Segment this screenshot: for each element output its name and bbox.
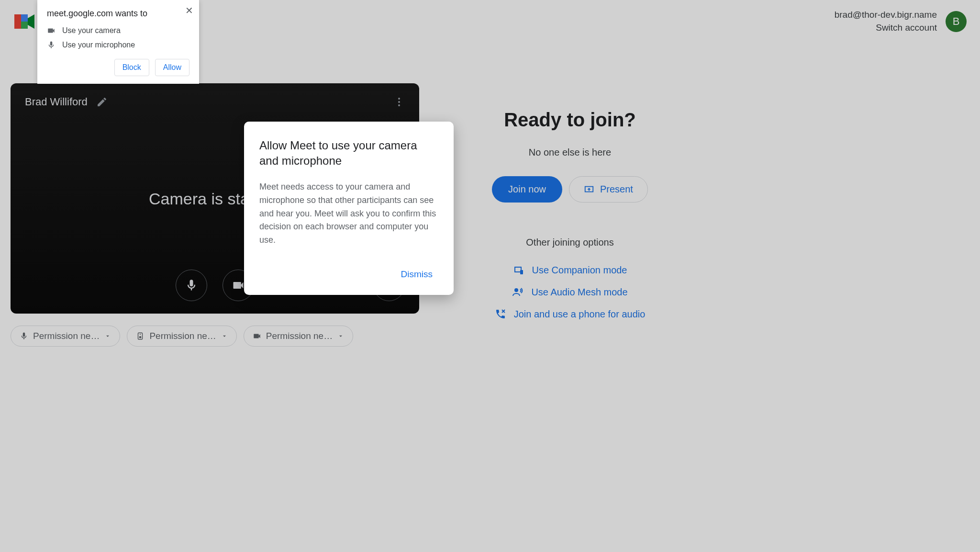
allow-button[interactable]: Allow — [155, 59, 189, 76]
present-button[interactable]: Present — [569, 176, 648, 203]
popup-camera-line: Use your camera — [47, 26, 189, 35]
mic-permission-chip[interactable]: Permission ne… — [11, 326, 120, 347]
block-button[interactable]: Block — [114, 59, 149, 76]
svg-rect-2 — [21, 14, 28, 22]
present-icon — [584, 184, 594, 195]
present-label: Present — [600, 184, 633, 195]
svg-point-11 — [140, 334, 141, 335]
svg-rect-1 — [14, 14, 21, 29]
microphone-icon — [20, 332, 28, 340]
svg-point-10 — [139, 336, 142, 338]
camera-icon — [232, 279, 245, 292]
microphone-icon — [185, 279, 198, 292]
dismiss-button[interactable]: Dismiss — [395, 265, 439, 283]
join-panel: Ready to join? No one else is here Join … — [467, 83, 673, 330]
phone-audio-link[interactable]: Join and use a phone for audio — [467, 308, 673, 320]
avatar[interactable]: B — [946, 11, 967, 32]
participant-name: Brad Williford — [25, 96, 88, 108]
microphone-icon — [47, 41, 56, 49]
chevron-down-icon — [221, 333, 228, 339]
speaker-permission-chip[interactable]: Permission ne… — [127, 326, 236, 347]
svg-point-5 — [398, 101, 400, 103]
permission-modal: Allow Meet to use your camera and microp… — [244, 122, 454, 295]
svg-point-8 — [514, 288, 518, 292]
camera-icon — [253, 332, 261, 340]
camera-permission-chip[interactable]: Permission ne… — [244, 326, 353, 347]
svg-point-6 — [398, 104, 400, 106]
phone-icon — [495, 308, 506, 320]
popup-site-line: meet.google.com wants to — [47, 9, 189, 19]
google-meet-logo-icon[interactable] — [13, 11, 36, 32]
audio-mesh-link[interactable]: Use Audio Mesh mode — [467, 286, 673, 298]
account-info: brad@thor-dev.bigr.name Switch account — [835, 9, 937, 34]
chevron-down-icon — [337, 333, 344, 339]
companion-icon — [513, 264, 524, 276]
account-email: brad@thor-dev.bigr.name — [835, 9, 937, 22]
chevron-down-icon — [104, 333, 111, 339]
other-options-heading: Other joining options — [467, 237, 673, 248]
more-options-icon[interactable] — [393, 96, 405, 108]
browser-permission-popup: ✕ meet.google.com wants to Use your came… — [37, 0, 199, 84]
close-icon[interactable]: ✕ — [185, 5, 193, 16]
presence-text: No one else is here — [467, 147, 673, 158]
modal-body: Meet needs access to your camera and mic… — [259, 180, 438, 247]
mic-toggle-button[interactable] — [176, 270, 207, 301]
speaker-icon — [136, 332, 145, 340]
switch-account-link[interactable]: Switch account — [835, 22, 937, 34]
svg-point-4 — [398, 98, 400, 100]
join-now-button[interactable]: Join now — [492, 176, 562, 203]
modal-title: Allow Meet to use your camera and microp… — [259, 138, 438, 169]
svg-rect-3 — [21, 22, 28, 29]
edit-name-icon[interactable] — [96, 96, 108, 108]
audio-mesh-icon — [512, 286, 523, 298]
svg-rect-7 — [520, 270, 523, 274]
popup-mic-line: Use your microphone — [47, 41, 189, 49]
camera-icon — [47, 26, 56, 35]
ready-title: Ready to join? — [467, 109, 673, 131]
companion-mode-link[interactable]: Use Companion mode — [467, 264, 673, 276]
